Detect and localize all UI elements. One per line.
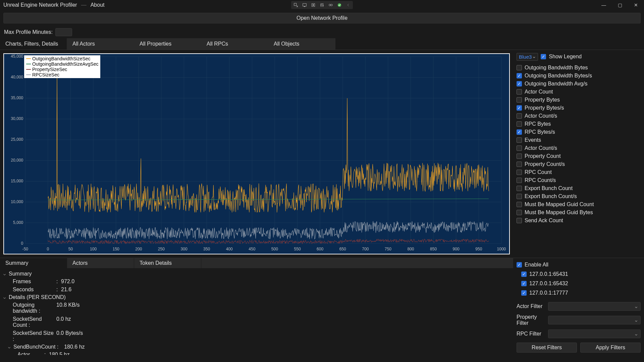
series-check-export-bunch-count-s[interactable]: Export Bunch Count/s xyxy=(517,192,641,200)
main-tabs: Charts, Filters, DetailsAll ActorsAll Pr… xyxy=(0,38,644,50)
svg-rect-1 xyxy=(303,4,307,6)
tool-icon-5[interactable] xyxy=(327,2,335,8)
svg-text:250: 250 xyxy=(158,247,165,251)
about-menu[interactable]: About xyxy=(91,2,105,8)
svg-text:400: 400 xyxy=(226,247,233,251)
chart-legend: OutgoingBandwidthSizeSecOutgoingBandwidt… xyxy=(24,55,100,78)
btab-summary[interactable]: Summary xyxy=(0,258,67,268)
property-filter-select[interactable] xyxy=(548,316,641,324)
actor-filter-select[interactable] xyxy=(548,302,641,311)
show-legend-checkbox[interactable]: Show Legend xyxy=(541,53,582,61)
series-check-export-bunch-count[interactable]: Export Bunch Count xyxy=(517,184,641,192)
tab-all-properties[interactable]: All Properties xyxy=(134,38,201,50)
chart-box[interactable]: 05,00010,00015,00020,00025,00030,00035,0… xyxy=(3,53,510,254)
svg-text:800: 800 xyxy=(407,247,414,251)
series-check-property-count[interactable]: Property Count xyxy=(517,152,641,160)
titlebar: Unreal Engine Network Profiler — About —… xyxy=(0,0,644,10)
chart-plot: 05,00010,00015,00020,00025,00030,00035,0… xyxy=(4,54,509,254)
series-check-property-bytes[interactable]: Property Bytes xyxy=(517,96,641,104)
series-check-actor-count-s[interactable]: Actor Count/s xyxy=(517,112,641,120)
max-profile-label: Max Profile Minutes: xyxy=(4,29,53,35)
series-check-rpc-count-s[interactable]: RPC Count/s xyxy=(517,176,641,184)
max-profile-input[interactable] xyxy=(55,28,72,36)
series-check-rpc-bytes-s[interactable]: RPC Bytes/s xyxy=(517,128,641,136)
details-tabs: SummaryActorsToken Details xyxy=(0,258,513,268)
series-check-outgoing-bandwidth-bytes[interactable]: Outgoing Bandwidth Bytes xyxy=(517,64,641,72)
connection-127-0-0-1-65432[interactable]: 127.0.0.1:65432 xyxy=(521,280,641,288)
tab-all-actors[interactable]: All Actors xyxy=(67,38,134,50)
svg-text:5,000: 5,000 xyxy=(13,220,23,225)
connection-127-0-0-1-65431[interactable]: 127.0.0.1:65431 xyxy=(521,270,641,278)
tab-charts-filters-details[interactable]: Charts, Filters, Details xyxy=(0,38,67,50)
series-check-events[interactable]: Events xyxy=(517,136,641,144)
series-check-outgoing-bandwidth-avg-s[interactable]: Outgoing Bandwidth Avg/s xyxy=(517,80,641,88)
tool-icon-3[interactable] xyxy=(309,2,317,8)
series-check-actor-count-s[interactable]: Actor Count/s xyxy=(517,144,641,152)
series-check-property-bytes-s[interactable]: Property Bytes/s xyxy=(517,104,641,112)
svg-text:25,000: 25,000 xyxy=(11,137,23,142)
details-header[interactable]: Details (PER SECOND) xyxy=(3,294,510,301)
series-check-actor-count[interactable]: Actor Count xyxy=(517,88,641,96)
svg-text:15,000: 15,000 xyxy=(11,179,23,183)
svg-text:45,000: 45,000 xyxy=(11,54,23,59)
svg-text:-50: -50 xyxy=(22,247,29,251)
svg-text:850: 850 xyxy=(430,247,437,251)
svg-text:35,000: 35,000 xyxy=(11,96,23,100)
apply-filters-button[interactable]: Apply Filters xyxy=(580,343,641,353)
series-check-rpc-count[interactable]: RPC Count xyxy=(517,168,641,176)
tab-all-rpcs[interactable]: All RPCs xyxy=(201,38,268,50)
summary-body: Summary Frames:972.0 Seconds:21.6 Detail… xyxy=(0,268,513,355)
svg-rect-4 xyxy=(313,4,314,6)
status-ok-icon[interactable] xyxy=(335,2,343,8)
svg-text:50: 50 xyxy=(68,247,73,251)
svg-text:40,000: 40,000 xyxy=(11,75,23,79)
reset-filters-button[interactable]: Reset Filters xyxy=(517,343,577,353)
rpc-filter-select[interactable] xyxy=(548,329,641,338)
series-check-send-ack-count[interactable]: Send Ack Count xyxy=(517,217,641,225)
color-scheme-select[interactable]: Blue3 xyxy=(517,53,538,61)
tool-icon-2[interactable] xyxy=(301,2,309,8)
svg-point-6 xyxy=(331,4,332,6)
svg-rect-2 xyxy=(304,6,305,7)
connection-127-0-0-1-17777[interactable]: 127.0.0.1:17777 xyxy=(521,289,641,297)
tool-icon-4[interactable] xyxy=(318,2,326,8)
svg-text:500: 500 xyxy=(271,247,278,251)
svg-text:350: 350 xyxy=(203,247,210,251)
series-check-must-be-mapped-guid-count[interactable]: Must Be Mapped Guid Count xyxy=(517,200,641,208)
series-check-rpc-bytes[interactable]: RPC Bytes xyxy=(517,120,641,128)
chart-area: 05,00010,00015,00020,00025,00030,00035,0… xyxy=(0,50,513,258)
svg-text:650: 650 xyxy=(339,247,346,251)
svg-text:100: 100 xyxy=(90,247,97,251)
svg-text:30,000: 30,000 xyxy=(11,116,23,121)
svg-text:600: 600 xyxy=(317,247,323,251)
enable-all-checkbox[interactable]: Enable All xyxy=(517,261,641,269)
svg-text:450: 450 xyxy=(249,247,255,251)
tool-icon-1[interactable] xyxy=(292,2,300,8)
close-button[interactable]: ✕ xyxy=(629,0,643,10)
svg-point-5 xyxy=(329,4,331,6)
svg-text:900: 900 xyxy=(453,247,460,251)
svg-rect-0 xyxy=(294,3,297,6)
svg-text:20,000: 20,000 xyxy=(11,158,23,163)
svg-text:0: 0 xyxy=(47,247,49,251)
svg-text:700: 700 xyxy=(362,247,369,251)
series-check-property-count-s[interactable]: Property Count/s xyxy=(517,160,641,168)
series-check-outgoing-bandwidth-bytes-s[interactable]: Outgoing Bandwidth Bytes/s xyxy=(517,72,641,80)
tab-all-objects[interactable]: All Objects xyxy=(268,38,335,50)
svg-text:1000: 1000 xyxy=(497,247,506,251)
chevron-left-icon[interactable] xyxy=(344,2,352,8)
toolbar-center xyxy=(291,1,353,9)
series-check-must-be-mapped-guid-bytes[interactable]: Must Be Mapped Guid Bytes xyxy=(517,208,641,217)
summary-header[interactable]: Summary xyxy=(3,270,510,278)
btab-actors[interactable]: Actors xyxy=(67,258,134,268)
sendbunch-header[interactable]: SendBunchCount : 180.6 hz xyxy=(3,343,510,351)
app-title: Unreal Engine Network Profiler xyxy=(3,2,77,8)
open-network-profile-button[interactable]: Open Network Profile xyxy=(3,13,641,23)
svg-text:300: 300 xyxy=(180,247,187,251)
svg-text:0: 0 xyxy=(21,241,23,246)
svg-text:150: 150 xyxy=(113,247,119,251)
svg-text:550: 550 xyxy=(294,247,301,251)
btab-token-details[interactable]: Token Details xyxy=(134,258,201,268)
maximize-button[interactable]: ▢ xyxy=(613,0,627,10)
minimize-button[interactable]: — xyxy=(597,0,610,10)
